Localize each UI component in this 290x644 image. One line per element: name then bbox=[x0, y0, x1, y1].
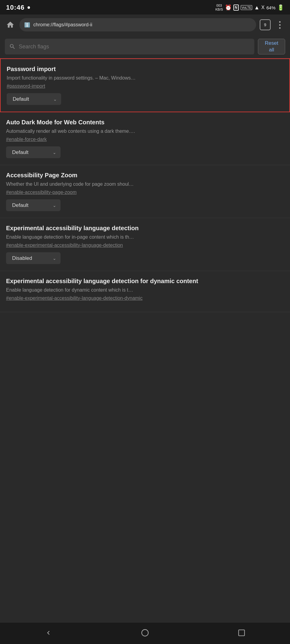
flag-link-password-import[interactable]: #password-import bbox=[7, 83, 283, 89]
search-input-wrap[interactable] bbox=[5, 39, 254, 54]
menu-button[interactable] bbox=[274, 19, 285, 30]
status-bar: 10:46 003 KB/S ⏰ N VoLTE ▲ X 64% 🔋 bbox=[0, 0, 290, 15]
flag-title-experimental-accessibility-language-detection-dynamic: Experimental accessibility language dete… bbox=[6, 278, 284, 285]
flag-select-experimental-accessibility-language-detection[interactable]: DefaultEnabledDisabled bbox=[6, 252, 61, 264]
recents-button[interactable] bbox=[232, 627, 251, 639]
flag-title-password-import: Password import bbox=[7, 66, 283, 73]
nav-bar bbox=[0, 622, 290, 644]
flag-link-experimental-accessibility-language-detection[interactable]: #enable-experimental-accessibility-langu… bbox=[6, 243, 284, 248]
volte-icon: VoLTE bbox=[241, 5, 252, 10]
flag-title-experimental-accessibility-language-detection: Experimental accessibility language dete… bbox=[6, 225, 284, 232]
flag-item-auto-dark-mode: Auto Dark Mode for Web ContentsAutomatic… bbox=[0, 112, 290, 165]
flag-desc-experimental-accessibility-language-detection: Enable language detection for in-page co… bbox=[6, 234, 284, 241]
flag-select-auto-dark-mode[interactable]: DefaultEnabledDisabled bbox=[6, 146, 61, 158]
address-bar[interactable]: ℹ️ chrome://flags/#password-ii bbox=[19, 18, 256, 31]
search-icon bbox=[9, 43, 16, 50]
tab-count-button[interactable]: 9 bbox=[260, 19, 271, 30]
flag-desc-experimental-accessibility-language-detection-dynamic: Enable language detection for dynamic co… bbox=[6, 286, 284, 294]
status-time: 10:46 bbox=[6, 4, 25, 11]
svg-rect-1 bbox=[239, 630, 245, 636]
flag-select-wrap-password-import: DefaultEnabledDisabled⌄ bbox=[7, 93, 61, 105]
reset-all-button[interactable]: Reset all bbox=[258, 39, 285, 54]
url-text: chrome://flags/#password-ii bbox=[33, 22, 251, 28]
signal-icon: X bbox=[261, 5, 265, 10]
kb-speed: 003 KB/S bbox=[216, 4, 223, 11]
search-area: Reset all bbox=[0, 35, 290, 58]
flags-content: Password importImport functionality in p… bbox=[0, 58, 290, 622]
status-right: 003 KB/S ⏰ N VoLTE ▲ X 64% 🔋 bbox=[216, 4, 284, 11]
flag-item-experimental-accessibility-language-detection-dynamic: Experimental accessibility language dete… bbox=[0, 271, 290, 312]
flag-item-experimental-accessibility-language-detection: Experimental accessibility language dete… bbox=[0, 218, 290, 271]
home-nav-button[interactable] bbox=[136, 627, 154, 639]
menu-dot-1 bbox=[279, 21, 281, 23]
flag-desc-accessibility-page-zoom: Whether the UI and underlying code for p… bbox=[6, 181, 284, 188]
flag-link-auto-dark-mode[interactable]: #enable-force-dark bbox=[6, 137, 284, 142]
flag-title-auto-dark-mode: Auto Dark Mode for Web Contents bbox=[6, 119, 284, 126]
back-button[interactable] bbox=[39, 627, 58, 639]
flag-link-accessibility-page-zoom[interactable]: #enable-accessibility-page-zoom bbox=[6, 190, 284, 195]
battery-icon: 🔋 bbox=[277, 4, 284, 11]
alarm-icon: ⏰ bbox=[225, 4, 232, 11]
wifi-icon: ▲ bbox=[254, 5, 259, 11]
flag-desc-auto-dark-mode: Automatically render all web contents us… bbox=[6, 128, 284, 135]
menu-dot-2 bbox=[279, 24, 281, 26]
menu-dot-3 bbox=[279, 27, 281, 29]
battery-pct: 64% bbox=[266, 5, 275, 10]
flag-item-accessibility-page-zoom: Accessibility Page ZoomWhether the UI an… bbox=[0, 165, 290, 218]
flag-desc-password-import: Import functionality in password setting… bbox=[7, 74, 283, 82]
flag-item-password-import: Password importImport functionality in p… bbox=[0, 58, 290, 112]
flag-link-experimental-accessibility-language-detection-dynamic[interactable]: #enable-experimental-accessibility-langu… bbox=[6, 296, 284, 301]
home-button[interactable] bbox=[5, 19, 16, 30]
flag-select-accessibility-page-zoom[interactable]: DefaultEnabledDisabled bbox=[6, 199, 61, 211]
status-dot bbox=[28, 6, 30, 9]
browser-toolbar: ℹ️ chrome://flags/#password-ii 9 bbox=[0, 15, 290, 35]
flag-select-password-import[interactable]: DefaultEnabledDisabled bbox=[7, 93, 61, 105]
info-icon: ℹ️ bbox=[24, 22, 30, 28]
svg-point-0 bbox=[142, 629, 148, 636]
n-icon: N bbox=[233, 5, 239, 11]
flag-title-accessibility-page-zoom: Accessibility Page Zoom bbox=[6, 172, 284, 179]
flag-select-wrap-accessibility-page-zoom: DefaultEnabledDisabled⌄ bbox=[6, 199, 61, 211]
flag-select-wrap-auto-dark-mode: DefaultEnabledDisabled⌄ bbox=[6, 146, 61, 158]
search-input[interactable] bbox=[19, 44, 250, 50]
flag-select-wrap-experimental-accessibility-language-detection: DefaultEnabledDisabled⌄ bbox=[6, 252, 61, 264]
